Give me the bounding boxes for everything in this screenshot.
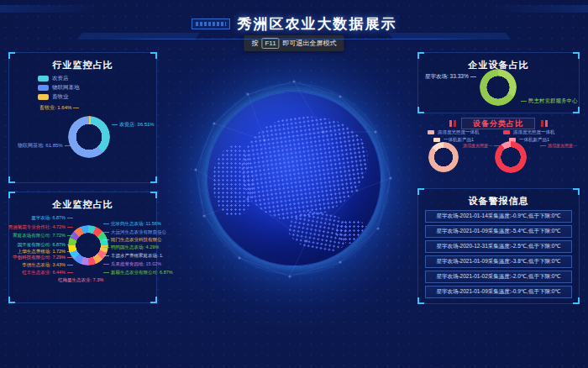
category-title-decoration-right — [539, 120, 548, 127]
pie-label: 中创科技有限公司: 7.29% — [13, 255, 73, 260]
legend-swatch — [503, 130, 510, 134]
title-bar: 秀洲区农业大数据展示 — [0, 14, 588, 34]
section-title: 设备分类占比 — [461, 118, 535, 129]
page-title: 秀洲区农业大数据展示 — [238, 14, 397, 34]
legend-label: 畜牧业 — [52, 93, 69, 101]
pie-label: 上华生态养殖场: 1.72% — [18, 249, 73, 255]
legend-item[interactable]: 温湿度光照度一体机 — [428, 129, 480, 135]
alert-row: 星宇农场-2021-01-02采集温度:-2.0℃,低于下限:0℃ — [425, 271, 572, 283]
pie-label: 家庭农场有限公司: 7.72% — [13, 233, 73, 239]
category-title-decoration-left — [449, 120, 458, 127]
panel-enterprise-device: 企业设备占比 星宇农场: 33.33% 民主村党群服务中心 — [417, 52, 580, 113]
legend-item[interactable]: 物联网基地 — [38, 84, 80, 92]
section-device-category: 设备分类占比 温湿度光照度一体机 一体机新产品1 温湿度光照度一 温湿度光照度一… — [417, 118, 580, 181]
tooltip-prefix: 按 — [251, 39, 258, 48]
panel-title: 企业监控占比 — [9, 198, 156, 211]
legend-item[interactable]: 畜牧业 — [38, 93, 69, 101]
header-edge-decoration-left — [0, 5, 102, 13]
alert-row: 星宇农场-2021-01-09采集温度:-5.4℃,低于下限:0℃ — [425, 225, 572, 238]
legend-item[interactable]: 温湿度光照度一体机 — [503, 129, 555, 135]
alert-list: 星宇农场-2021-01-14采集温度:-0.9℃,低于下限:0℃ 星宇农场-2… — [425, 210, 572, 298]
header: 秀洲区农业大数据展示 按 F11 即可退出全屏模式 — [0, 0, 588, 50]
panel-title: 设备警报信息 — [418, 195, 579, 208]
pie-label: 秀洲菊花专业合作社: 4.72% — [8, 224, 73, 230]
tooltip-suffix: 即可退出全屏模式 — [283, 39, 337, 48]
alert-row: 星宇农场-2021-01-09采集温度:-3.8℃,低于下限:0℃ — [425, 255, 572, 268]
industry-donut-chart[interactable] — [68, 116, 110, 158]
legend-swatch — [428, 130, 434, 134]
alert-row: 星宇农场-2021-01-14采集温度:-0.9℃,低于下限:0℃ — [425, 210, 572, 223]
pie-label: 国开发有限公司: 6.87% — [18, 242, 73, 248]
panel-enterprise-monitor: 企业监控占比 星宇农场: 6.87% 秀洲菊花专业合作社: 4.72% 家庭农场… — [8, 192, 157, 303]
device-donut-chart[interactable] — [480, 69, 517, 106]
fullscreen-exit-tooltip: 按 F11 即可退出全屏模式 — [244, 35, 344, 51]
panel-industry-monitor: 行业监控占比 农资店 物联网基地 畜牧业 畜牧业: 1.64% 农资店: 36.… — [8, 52, 157, 183]
pie-label-farm-store: 农资店: 36.51% — [112, 122, 155, 129]
globe-visualization[interactable] — [207, 92, 381, 266]
legend-swatch — [433, 138, 440, 142]
category-donut-right[interactable] — [495, 141, 527, 173]
panel-device-alerts: 设备警报信息 星宇农场-2021-01-14采集温度:-0.9℃,低于下限:0℃… — [417, 188, 580, 304]
pie-label: 红丰生态农业: 6.44% — [22, 270, 73, 276]
pie-label: 大运河生态农业有限责任公 — [103, 229, 166, 235]
legend-item[interactable]: 农资店 — [38, 75, 69, 82]
alert-row: 星宇农场-2021-01-09采集温度:-0.9℃,低于下限:0℃ — [425, 286, 572, 298]
panel-title: 行业监控占比 — [9, 59, 156, 71]
pie-label: 温湿度光照度一 — [540, 143, 577, 148]
legend-label: 农资店 — [52, 75, 69, 82]
pie-label: 新颖生态农业有限公司: 6.87% — [103, 270, 173, 276]
category-donut-left[interactable] — [428, 142, 459, 172]
pie-label: 李强生态农场: 3.43% — [22, 262, 73, 268]
brand-logo — [192, 18, 230, 29]
legend-label: 物联网基地 — [52, 84, 80, 92]
header-edge-decoration-right — [486, 5, 588, 13]
legend-label: 一体机新产品1 — [519, 137, 549, 143]
legend-swatch — [38, 94, 49, 100]
pie-label-livestock: 畜牧业: 1.64% — [39, 105, 79, 112]
pie-label: 瓜果蔬菜食园地: 15.02% — [103, 261, 161, 267]
pie-label-bottom: 红梅星生态农业: 7.3% — [58, 277, 103, 283]
legend-swatch — [38, 76, 49, 81]
pie-label: 丰源水产养殖家庭农场: 1. — [103, 253, 164, 259]
pie-label: 鸭鸭国生态农场: 4.29% — [103, 244, 159, 250]
pie-label-xingyu-farm: 星宇农场: 33.33% — [425, 73, 476, 80]
alert-row: 星宇农场-2020-12-31采集温度:-2.5℃,低于下限:0℃ — [425, 240, 572, 253]
map-continent-asia — [234, 108, 375, 227]
pie-label: 陆门生态农业科技有限公 — [103, 237, 162, 243]
pie-label: 温湿度光照度一 — [463, 143, 500, 148]
pie-label: 星宇农场: 6.87% — [31, 215, 73, 221]
header-divider-line — [108, 39, 480, 39]
legend-label: 温湿度光照度一体机 — [438, 129, 480, 135]
legend-label: 温湿度光照度一体机 — [513, 129, 555, 135]
pie-label-service-center: 民主村党群服务中心 — [521, 97, 578, 104]
globe-dotted-map — [207, 92, 381, 265]
pie-label: 北珍鸽生态农场: 11.56% — [103, 221, 161, 227]
pie-label-iot-base: 物联网基地: 61.85% — [18, 143, 71, 150]
legend-swatch — [38, 85, 49, 91]
enterprise-donut-chart[interactable] — [68, 225, 108, 265]
